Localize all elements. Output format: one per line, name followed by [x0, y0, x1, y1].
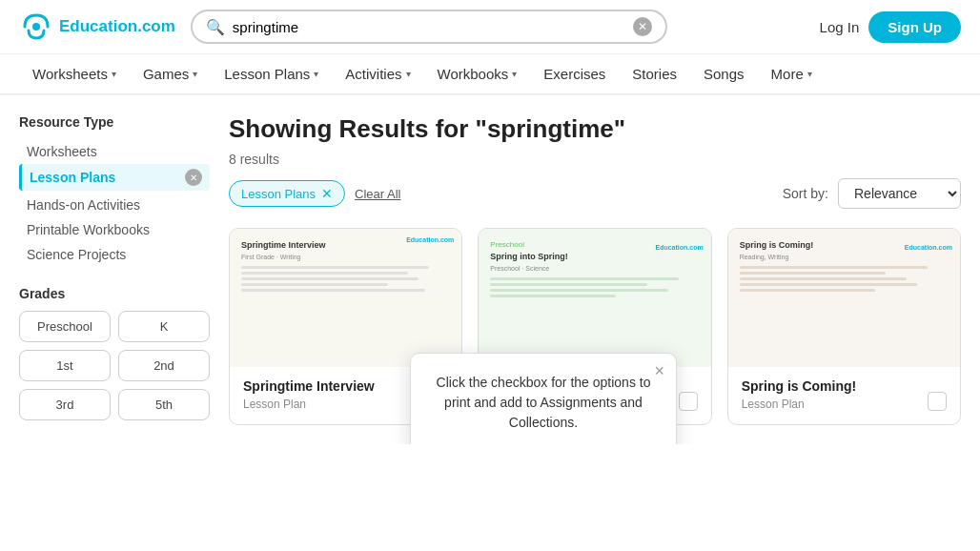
tooltip-close-button[interactable]: × — [654, 361, 664, 381]
nav-label-more: More — [771, 66, 804, 82]
tooltip-text: Click the checkbox for the options to pr… — [434, 373, 653, 433]
nav-item-exercises[interactable]: Exercises — [530, 54, 619, 93]
results-count: 8 results — [229, 152, 961, 167]
sidebar-item-worksheets[interactable]: Worksheets — [19, 139, 210, 164]
nav-item-worksheets[interactable]: Worksheets ▾ — [19, 54, 130, 93]
main-content: Resource Type Worksheets Lesson Plans ✕ … — [0, 95, 980, 444]
sort-select[interactable]: Relevance Most Popular Newest — [838, 178, 961, 209]
card-1-image: Springtime Interview First Grade · Writi… — [230, 229, 461, 367]
nav-item-songs[interactable]: Songs — [690, 54, 758, 93]
sidebar-item-workbooks[interactable]: Printable Workbooks — [19, 217, 210, 242]
edu-badge-1: Education.com — [406, 236, 454, 243]
sort-label: Sort by: — [783, 186, 828, 201]
card-2-image-lines — [490, 277, 699, 297]
nav-label-lesson-plans: Lesson Plans — [224, 66, 310, 82]
nav-label-exercises: Exercises — [543, 66, 605, 82]
auth-area: Log In Sign Up — [820, 11, 961, 43]
chevron-down-icon-2: ▾ — [193, 69, 197, 79]
search-bar: 🔍 ✕ — [191, 10, 667, 44]
card-3-title: Spring is Coming! — [742, 378, 857, 394]
log-in-button[interactable]: Log In — [820, 19, 860, 35]
clear-all-button[interactable]: Clear All — [355, 187, 400, 201]
nav: Worksheets ▾ Games ▾ Lesson Plans ▾ Acti… — [0, 54, 980, 95]
logo[interactable]: Education.com — [19, 10, 175, 44]
card-2-image: Preschool Spring into Spring! Preschool … — [479, 229, 710, 367]
nav-label-worksheets: Worksheets — [32, 66, 108, 82]
sort-area: Sort by: Relevance Most Popular Newest — [783, 178, 961, 209]
card-3-meta: Spring is Coming! Lesson Plan — [742, 378, 857, 411]
nav-label-activities: Activities — [345, 66, 401, 82]
card-3-body: Spring is Coming! Lesson Plan — [728, 367, 960, 424]
lesson-plans-filter-tag: Lesson Plans ✕ — [229, 180, 345, 207]
chevron-down-icon-6: ▾ — [807, 69, 812, 79]
card-3-type: Lesson Plan — [742, 398, 857, 411]
chevron-down-icon-4: ▾ — [406, 69, 411, 79]
card-2-checkbox[interactable] — [679, 392, 698, 411]
filters-sort-row: Lesson Plans ✕ Clear All Sort by: Releva… — [229, 178, 961, 209]
sidebar: Resource Type Worksheets Lesson Plans ✕ … — [19, 114, 210, 425]
grades-section: Grades Preschool K 1st 2nd 3rd 5th — [19, 286, 210, 420]
grade-btn-preschool[interactable]: Preschool — [19, 311, 111, 342]
logo-icon — [19, 10, 53, 44]
grade-btn-3rd[interactable]: 3rd — [19, 389, 111, 420]
card-3-image: Spring is Coming! Reading, Writing Educa… — [728, 229, 960, 367]
resource-type-heading: Resource Type — [19, 114, 210, 130]
nav-item-workbooks[interactable]: Workbooks ▾ — [424, 54, 531, 93]
nav-item-games[interactable]: Games ▾ — [130, 54, 211, 93]
nav-label-stories: Stories — [632, 66, 677, 82]
sign-up-button[interactable]: Sign Up — [868, 11, 961, 43]
card-1-type: Lesson Plan — [243, 398, 375, 411]
chevron-down-icon-5: ▾ — [512, 69, 517, 79]
grade-btn-2nd[interactable]: 2nd — [118, 350, 210, 381]
grade-btn-1st[interactable]: 1st — [19, 350, 111, 381]
card-3-image-subtitle: Reading, Writing — [740, 254, 949, 260]
remove-lesson-plans-filter[interactable]: ✕ — [185, 169, 202, 186]
nav-label-games: Games — [143, 66, 189, 82]
header: Education.com 🔍 ✕ Log In Sign Up — [0, 0, 980, 54]
card-1-image-subtitle: First Grade · Writing — [241, 254, 450, 260]
nav-item-more[interactable]: More ▾ — [758, 54, 826, 93]
search-icon: 🔍 — [206, 18, 225, 36]
sidebar-item-hands-on[interactable]: Hands-on Activities — [19, 193, 210, 217]
grade-grid: Preschool K 1st 2nd 3rd 5th — [19, 311, 210, 420]
logo-text: Education.com — [59, 17, 175, 36]
chevron-down-icon-3: ▾ — [314, 69, 318, 79]
card-1-meta: Springtime Interview Lesson Plan — [243, 378, 375, 411]
clear-search-button[interactable]: ✕ — [633, 17, 652, 36]
card-3-checkbox[interactable] — [928, 392, 947, 411]
nav-item-activities[interactable]: Activities ▾ — [332, 54, 423, 93]
remove-filter-tag-icon[interactable]: ✕ — [321, 186, 333, 201]
nav-item-lesson-plans[interactable]: Lesson Plans ▾ — [211, 54, 332, 93]
card-1-title: Springtime Interview — [243, 378, 375, 394]
grade-btn-5th[interactable]: 5th — [118, 389, 210, 420]
card-2-image-subtitle: Preschool · Science — [490, 265, 699, 272]
edu-badge-2: Education.com — [655, 236, 703, 254]
sidebar-item-science[interactable]: Science Projects — [19, 242, 210, 267]
results-title: Showing Results for "springtime" — [229, 114, 961, 144]
nav-label-workbooks: Workbooks — [438, 66, 509, 82]
grades-heading: Grades — [19, 286, 210, 301]
card-1-image-lines — [241, 266, 450, 292]
svg-point-0 — [32, 23, 40, 31]
sidebar-item-lesson-plans[interactable]: Lesson Plans ✕ — [19, 164, 210, 191]
tooltip-overlay: × Click the checkbox for the options to … — [410, 353, 677, 444]
nav-label-songs: Songs — [704, 66, 745, 82]
chevron-down-icon: ▾ — [112, 69, 116, 79]
grade-btn-k[interactable]: K — [118, 311, 210, 342]
search-input[interactable] — [233, 19, 625, 35]
nav-item-stories[interactable]: Stories — [619, 54, 690, 93]
edu-badge-3: Education.com — [905, 236, 952, 254]
card-3: Spring is Coming! Reading, Writing Educa… — [727, 228, 961, 425]
card-3-image-lines — [740, 266, 949, 292]
